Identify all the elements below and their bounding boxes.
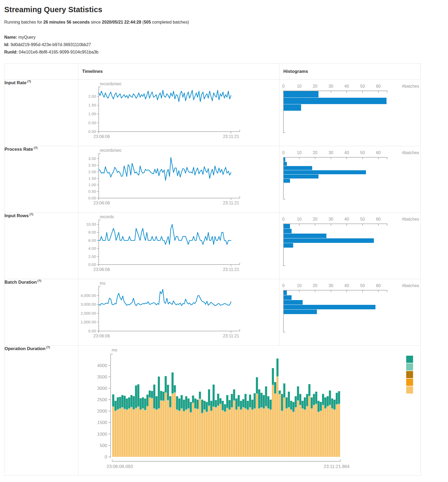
query-id-value: 9d0dd219-995d-423e-b97d-36931110bb27	[11, 42, 91, 47]
svg-text:1500: 1500	[97, 420, 107, 425]
input-rate-row: Input Rate(?) records/sec0.000.501.001.5…	[4, 80, 421, 146]
svg-text:10: 10	[297, 217, 302, 221]
svg-text:ms: ms	[112, 348, 117, 352]
timelines-column-header: Timelines	[78, 64, 279, 80]
svg-text:1.00: 1.00	[88, 182, 96, 187]
input-rate-help-icon[interactable]: (?)	[27, 80, 31, 83]
svg-text:0.00: 0.00	[88, 262, 96, 267]
svg-text:20: 20	[313, 217, 317, 221]
operation-duration-label: Operation Duration	[4, 346, 46, 351]
svg-text:0: 0	[282, 84, 284, 88]
input-rows-timeline-chart: records0.002.004.006.008.0010.0023:06:06…	[78, 213, 242, 278]
svg-text:20: 20	[313, 283, 317, 288]
svg-text:30: 30	[328, 217, 333, 221]
svg-text:23:06:06.093: 23:06:06.093	[107, 464, 133, 469]
svg-text:20: 20	[313, 84, 317, 88]
svg-text:10: 10	[297, 283, 302, 288]
svg-text:6.00: 6.00	[88, 238, 96, 243]
process-rate-row: Process Rate(?) records/sec0.000.501.001…	[4, 146, 421, 213]
input-rate-label: Input Rate	[4, 80, 26, 85]
operation-duration-row: Operation Duration(?) ms0500100015002000…	[4, 346, 421, 476]
svg-text:3,000.00: 3,000.00	[81, 302, 96, 306]
svg-text:40: 40	[344, 217, 349, 221]
process-rate-histogram-chart: 0102030405060#batches	[280, 146, 420, 211]
input-rows-label: Input Rows	[4, 213, 29, 218]
summary-suffix: completed batches)	[151, 20, 189, 24]
query-name-label: Name:	[4, 35, 17, 39]
batch-duration-timeline-chart: ms0.001,000.002,000.003,000.004,000.0023…	[78, 279, 242, 344]
svg-text:0: 0	[282, 283, 284, 288]
svg-text:50: 50	[360, 84, 365, 88]
query-metadata: Name: myQuery Id: 9d0dd219-995d-423e-b97…	[4, 34, 444, 56]
svg-text:4.00: 4.00	[88, 246, 96, 251]
batch-duration-histogram-chart: 0102030405060#batches	[280, 279, 420, 344]
svg-text:1.00: 1.00	[88, 111, 96, 116]
svg-text:23:11:21: 23:11:21	[223, 134, 239, 139]
query-runid-label: RunId:	[4, 50, 18, 54]
svg-text:60: 60	[376, 217, 381, 221]
svg-text:#batches: #batches	[402, 283, 419, 288]
batch-duration-label: Batch Duration	[4, 280, 37, 285]
svg-text:10.00: 10.00	[86, 222, 96, 226]
operation-duration-legend	[406, 356, 413, 394]
svg-text:0: 0	[282, 150, 284, 155]
input-rows-help-icon[interactable]: (?)	[30, 213, 33, 216]
query-name-value: myQuery	[18, 35, 35, 39]
svg-text:3.00: 3.00	[88, 156, 96, 161]
svg-text:#batches: #batches	[402, 150, 419, 155]
svg-text:records: records	[100, 215, 114, 219]
svg-text:2.50: 2.50	[88, 163, 96, 167]
svg-text:#batches: #batches	[402, 217, 419, 221]
svg-text:23:11:21.864: 23:11:21.864	[324, 464, 350, 469]
svg-text:23:06:06: 23:06:06	[93, 334, 110, 338]
histograms-column-header: Histograms	[279, 64, 420, 80]
svg-text:1,000.00: 1,000.00	[81, 320, 96, 324]
svg-text:40: 40	[344, 84, 349, 88]
svg-text:50: 50	[360, 150, 365, 155]
input-rows-histogram-chart: 0102030405060#batches	[280, 213, 420, 278]
svg-text:4,000.00: 4,000.00	[81, 293, 96, 298]
svg-text:4000: 4000	[97, 363, 107, 368]
svg-text:23:11:21: 23:11:21	[223, 201, 239, 205]
svg-text:23:06:06: 23:06:06	[93, 267, 110, 272]
svg-text:40: 40	[344, 283, 349, 288]
svg-text:#batches: #batches	[402, 84, 419, 88]
process-rate-label: Process Rate	[4, 147, 33, 152]
svg-text:2.00: 2.00	[88, 169, 96, 174]
input-rows-row: Input Rows(?) records0.002.004.006.008.0…	[4, 213, 421, 279]
legend-swatch-light-teal	[406, 363, 413, 371]
svg-text:10: 10	[297, 150, 302, 155]
summary-since: since	[90, 20, 102, 24]
svg-text:500: 500	[100, 443, 107, 448]
process-rate-help-icon[interactable]: (?)	[34, 146, 38, 149]
svg-text:0: 0	[282, 217, 284, 221]
svg-text:2.00: 2.00	[88, 254, 96, 259]
svg-text:0.00: 0.00	[88, 129, 96, 134]
svg-text:60: 60	[376, 283, 381, 288]
svg-text:40: 40	[344, 150, 349, 155]
query-name-line: Name: myQuery	[4, 34, 444, 41]
query-id-label: Id:	[4, 42, 10, 47]
batch-duration-help-icon[interactable]: (?)	[38, 279, 41, 282]
summary-paren: (	[141, 20, 144, 24]
operation-duration-stacked-chart: ms0500100015002000250030003500400023:06:…	[78, 346, 420, 474]
svg-text:0: 0	[105, 454, 107, 459]
metric-column-header	[4, 64, 78, 80]
svg-text:1000: 1000	[97, 432, 107, 437]
running-batches-summary: Running batches for 26 minutes 56 second…	[4, 20, 444, 25]
svg-text:30: 30	[328, 283, 333, 288]
svg-text:2500: 2500	[97, 397, 107, 402]
legend-swatch-dark-gold	[406, 371, 413, 378]
operation-duration-help-icon[interactable]: (?)	[46, 346, 50, 349]
spark-streaming-statistics-page: Streaming Query Statistics Running batch…	[0, 0, 448, 482]
input-rate-timeline-chart: records/sec0.000.501.001.502.0023:06:062…	[78, 80, 242, 145]
svg-text:ms: ms	[100, 281, 105, 285]
batch-duration-row: Batch Duration(?) ms0.001,000.002,000.00…	[4, 279, 421, 346]
svg-text:0.00: 0.00	[88, 329, 96, 333]
svg-text:10: 10	[297, 84, 302, 88]
svg-text:30: 30	[328, 150, 333, 155]
legend-swatch-teal	[406, 356, 413, 363]
svg-text:1.50: 1.50	[88, 103, 96, 107]
svg-text:records/sec: records/sec	[100, 82, 122, 86]
svg-text:8.00: 8.00	[88, 230, 96, 234]
